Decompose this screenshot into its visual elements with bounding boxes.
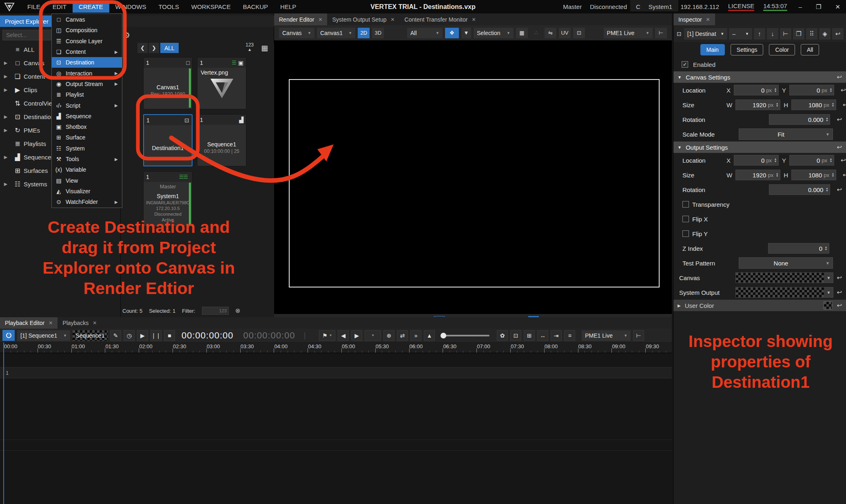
rows-icon[interactable]: ≡ bbox=[564, 330, 575, 341]
create-menu-item-canvas[interactable]: □ Canvas bbox=[52, 14, 122, 25]
menu-help[interactable]: HELP bbox=[274, 1, 302, 13]
create-menu-item-system[interactable]: ☷ System bbox=[52, 143, 122, 154]
card-sequence1[interactable]: 1 ▟ Sequence1 00:10:00:00 | 25 bbox=[197, 114, 246, 166]
mode-3d-button[interactable]: 3D bbox=[372, 28, 384, 38]
stepper-icon[interactable]: ▲▼ bbox=[775, 172, 779, 177]
tab-system-output-setup[interactable]: System Output Setup✕ bbox=[327, 13, 399, 25]
card-canvas1[interactable]: 1 □ Canvas1 Res: 1920,1080 bbox=[143, 57, 193, 109]
pages-icon[interactable]: ❐ bbox=[793, 28, 804, 40]
expand-arrow-icon[interactable]: ▶ bbox=[0, 128, 11, 133]
checkbox-unchecked[interactable] bbox=[682, 201, 689, 208]
h-expand-icon[interactable]: ↔ bbox=[537, 330, 548, 341]
number-field[interactable]: 1920px▲▼ bbox=[735, 170, 780, 180]
reset-icon[interactable]: ↩ bbox=[837, 289, 842, 296]
move-up-icon[interactable]: ↑ bbox=[754, 28, 765, 40]
reset-icon[interactable]: ↩ bbox=[841, 86, 846, 94]
filter-input[interactable] bbox=[202, 307, 229, 315]
resource-dropdown[interactable]: ▼ bbox=[735, 287, 833, 298]
next-marker-icon[interactable]: ▶ bbox=[351, 330, 362, 341]
move-down-icon[interactable]: ↓ bbox=[767, 28, 778, 40]
inspector-tab-main[interactable]: Main bbox=[700, 44, 725, 55]
number-field[interactable]: 0px▲▼ bbox=[789, 155, 834, 166]
move-tool-icon[interactable]: ✥ bbox=[445, 28, 459, 38]
close-tab-icon[interactable]: ✕ bbox=[318, 17, 322, 22]
enabled-checkbox[interactable]: ✓ bbox=[682, 61, 688, 68]
card-destination1[interactable]: 1 ⊡ Destination1 bbox=[143, 114, 193, 166]
timeline-ruler[interactable]: 00:0000:3001:0001:3002:0002:3003:0003:30… bbox=[0, 343, 672, 353]
gear-icon[interactable]: ⚙ bbox=[123, 31, 130, 40]
menu-tools[interactable]: TOOLS bbox=[152, 1, 185, 13]
checkbox-unchecked[interactable] bbox=[682, 216, 689, 222]
close-tab-icon[interactable]: ✕ bbox=[49, 320, 53, 326]
card-system1[interactable]: 1 ☰☰ Master System1 INGMARLAUER798C 172.… bbox=[143, 171, 193, 227]
dropdown-field[interactable]: None▼ bbox=[739, 257, 833, 269]
menu-edit[interactable]: EDIT bbox=[47, 1, 73, 13]
reset-icon[interactable]: ↩ bbox=[843, 101, 846, 108]
snap-dots-icon[interactable]: ∴ bbox=[530, 28, 542, 38]
create-menu-item-console-layer[interactable]: ☰ Console Layer bbox=[52, 36, 122, 46]
selection-mode-select[interactable]: Selection▼ bbox=[474, 28, 514, 38]
number-field[interactable]: 1080px▲▼ bbox=[791, 170, 836, 180]
dropdown-field[interactable]: Fit▼ bbox=[739, 128, 833, 140]
reset-icon[interactable]: ↩ bbox=[841, 157, 846, 164]
create-menu-item-surface[interactable]: ⊞ Surface bbox=[52, 132, 122, 143]
power-button[interactable] bbox=[2, 330, 15, 341]
fit-all-icon[interactable]: ⊞ bbox=[524, 330, 535, 341]
marker-flag-icon[interactable]: ⚑ ▼ bbox=[319, 330, 335, 341]
stepper-icon[interactable]: ▲▼ bbox=[775, 102, 779, 107]
create-menu-item-content[interactable]: ❏ Content ▶ bbox=[52, 46, 122, 57]
track-row-1[interactable]: 1 bbox=[0, 367, 672, 378]
stepper-icon[interactable]: ▲▼ bbox=[825, 117, 829, 122]
menu-workspace[interactable]: WORKSPACE bbox=[185, 1, 237, 13]
expand-arrow-icon[interactable]: ▶ bbox=[0, 181, 11, 187]
mode-2d-button[interactable]: 2D bbox=[358, 28, 370, 38]
close-tab-icon[interactable]: ✕ bbox=[93, 320, 97, 326]
menu-windows[interactable]: WINDOWS bbox=[109, 1, 153, 13]
create-menu-item-script[interactable]: ‹/› Script ▶ bbox=[52, 100, 122, 111]
skip-marker-icon[interactable]: » bbox=[410, 330, 421, 341]
expand-arrow-icon[interactable]: ▶ bbox=[0, 74, 11, 79]
link-select[interactable]: –▼ bbox=[729, 28, 752, 40]
maximize-button[interactable]: ❐ bbox=[813, 3, 824, 11]
canvas-type-select[interactable]: Canvas▼ bbox=[279, 28, 314, 38]
canvas-name-select[interactable]: Canvas1▼ bbox=[317, 28, 355, 38]
menu-backup[interactable]: BACKUP bbox=[237, 1, 274, 13]
sort-numeric-icon[interactable]: 123▴ bbox=[246, 43, 254, 52]
tab-content-transfer-monitor[interactable]: Content Transfer Monitor✕ bbox=[400, 13, 481, 25]
stepper-icon[interactable]: ▲▼ bbox=[825, 187, 829, 192]
stepper-icon[interactable]: ▲▼ bbox=[829, 88, 833, 93]
close-tab-icon[interactable]: ✕ bbox=[472, 17, 476, 22]
create-menu-item-variable[interactable]: (x) Variable bbox=[52, 164, 122, 175]
flower-icon[interactable]: ✿ bbox=[497, 330, 508, 341]
section-output-settings[interactable]: ▼Output Settings ↩ bbox=[673, 141, 846, 153]
create-menu-item-tools[interactable]: ⚒ Tools ▶ bbox=[52, 154, 122, 164]
inspector-tab-color[interactable]: Color bbox=[769, 44, 795, 55]
minimize-button[interactable]: – bbox=[796, 3, 804, 10]
menu-file[interactable]: FILE bbox=[21, 1, 47, 13]
stepper-icon[interactable]: ▲▼ bbox=[831, 172, 835, 177]
resource-dropdown[interactable]: ▼ bbox=[735, 272, 833, 283]
grid-view-icon[interactable]: ▦ bbox=[261, 44, 268, 53]
stepper-icon[interactable]: ▲▼ bbox=[829, 158, 833, 163]
number-field[interactable]: 0px▲▼ bbox=[734, 85, 779, 95]
tab-playbacks[interactable]: Playbacks✕ bbox=[58, 317, 102, 329]
reset-icon[interactable]: ↩ bbox=[837, 144, 842, 151]
menu-create[interactable]: CREATE bbox=[73, 1, 109, 13]
user-color-swatch[interactable] bbox=[824, 301, 833, 309]
create-menu-item-interaction[interactable]: ◎ Interaction ▶ bbox=[52, 68, 122, 78]
loop-time-icon[interactable]: ◷ bbox=[124, 330, 135, 341]
section-canvas-settings[interactable]: ▼Canvas Settings ↩ bbox=[673, 71, 846, 83]
pin-icon[interactable]: ⊢ bbox=[780, 28, 791, 40]
reset-icon[interactable]: ↩ bbox=[837, 116, 842, 123]
clear-filter-icon[interactable]: ⊗ bbox=[235, 307, 241, 314]
tab-inspector[interactable]: Inspector✕ bbox=[673, 13, 715, 25]
reset-icon[interactable]: ↩ bbox=[832, 28, 844, 40]
reset-icon[interactable]: ↩ bbox=[837, 274, 842, 281]
render-viewport[interactable] bbox=[274, 40, 672, 314]
reset-icon[interactable]: ↩ bbox=[843, 171, 846, 179]
transform-icon[interactable]: ⇋ bbox=[545, 28, 556, 38]
inspector-tab-all[interactable]: All bbox=[801, 44, 819, 55]
number-field[interactable]: 0px▲▼ bbox=[789, 85, 834, 95]
add-marker-icon[interactable]: ⊕ bbox=[383, 330, 394, 341]
number-field[interactable]: 1080px▲▼ bbox=[791, 99, 836, 110]
